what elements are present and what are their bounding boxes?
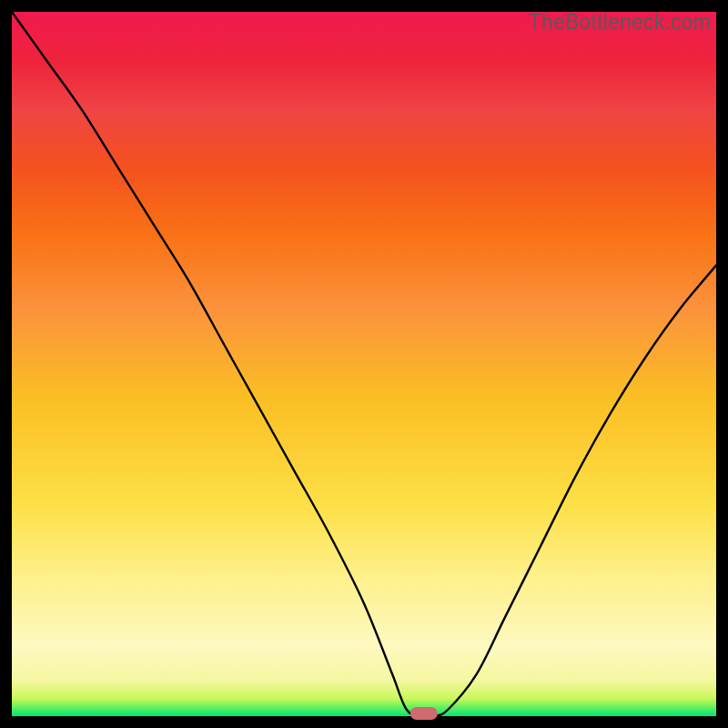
optimal-marker: [410, 707, 438, 720]
chart-frame: TheBottleneck.com: [12, 12, 716, 716]
chart-plot-area: TheBottleneck.com: [12, 12, 716, 716]
bottleneck-curve-path: [12, 12, 716, 717]
bottleneck-curve-svg: [12, 12, 716, 716]
